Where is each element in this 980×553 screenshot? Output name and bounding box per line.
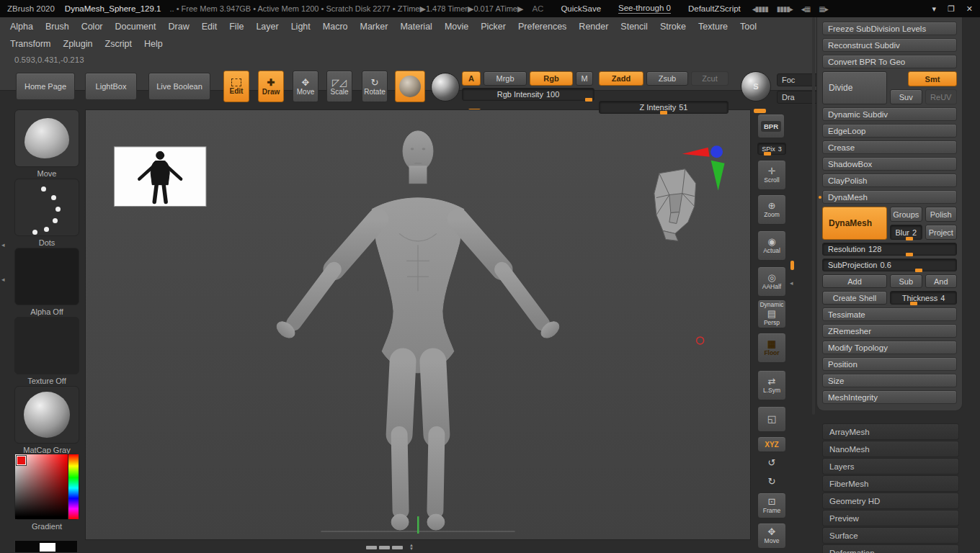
menu-item[interactable]: Light — [291, 22, 311, 32]
minimize-icon[interactable]: ▾ — [932, 4, 936, 14]
menu-item[interactable]: Draw — [169, 22, 190, 32]
menu-item[interactable]: Picker — [481, 22, 506, 32]
menu-item[interactable]: Help — [144, 39, 163, 49]
left-tray-collapse-icon[interactable]: ◂ — [1, 241, 5, 248]
color-picker-area[interactable] — [14, 454, 79, 520]
edgeloop-section[interactable]: EdgeLoop — [822, 124, 957, 138]
tool-subpalette-header[interactable]: Layers — [822, 458, 959, 475]
menu-item[interactable]: Marker — [360, 22, 388, 32]
draw-button[interactable]: ✚ Draw — [258, 71, 284, 102]
tool-subpalette-header[interactable]: Surface — [822, 527, 959, 544]
close-icon[interactable]: ✕ — [966, 4, 973, 14]
bpr-button[interactable]: BPR — [757, 114, 785, 138]
slider-thumb[interactable] — [915, 269, 922, 272]
dock-left-icon[interactable]: ◂▦ — [801, 5, 810, 13]
smt-button[interactable]: Smt — [908, 71, 957, 86]
zadd-button[interactable]: Zadd — [599, 71, 643, 86]
suv-button[interactable]: Suv — [890, 89, 922, 104]
material-picker[interactable]: MatCap Gray — [14, 386, 79, 454]
menu-item[interactable]: Zplugin — [63, 39, 93, 49]
color-a-button[interactable]: A — [462, 71, 481, 86]
texture-picker[interactable]: Texture Off — [14, 317, 79, 385]
groups-button[interactable]: Groups — [890, 207, 922, 222]
slider-thumb[interactable] — [764, 152, 771, 156]
menu-item[interactable]: Document — [115, 22, 156, 32]
menu-item[interactable]: Texture — [698, 22, 728, 32]
z-intensity-slider[interactable]: Z Intensity 51 — [599, 101, 729, 114]
color-picker[interactable]: Gradient — [14, 454, 79, 531]
menu-item[interactable]: Macro — [323, 22, 348, 32]
xyz-button[interactable]: XYZ — [757, 436, 786, 452]
hue-bar[interactable] — [68, 454, 79, 519]
document-canvas[interactable] — [85, 109, 751, 540]
alpha-picker[interactable]: Alpha Off — [14, 248, 79, 316]
rgb-intensity-slider[interactable]: Rgb Intensity 100 — [462, 88, 594, 101]
tessimate-section[interactable]: Tessimate — [822, 307, 957, 321]
frame-button[interactable]: ⊡ Frame — [757, 493, 786, 518]
dynamic-persp-button[interactable]: Dynamic ▤ Persp — [757, 300, 786, 328]
scrollbar-segment[interactable] — [379, 546, 390, 549]
tool-subpalette-header[interactable]: NanoMesh — [822, 441, 959, 457]
canvas-scrollbar[interactable]: ▲ ▼ — [366, 544, 414, 551]
mrgb-button[interactable]: Mrgb — [484, 71, 527, 86]
reconstruct-subdiv-button[interactable]: Reconstruct Subdiv — [822, 38, 957, 52]
freeze-subdivision-button[interactable]: Freeze SubDivision Levels — [822, 22, 957, 35]
scrollbar-segment[interactable] — [366, 546, 377, 549]
right-tray-collapse-icon[interactable]: ◂ — [790, 279, 793, 287]
menu-item[interactable]: Stroke — [660, 22, 686, 32]
menu-item[interactable]: Zscript — [105, 39, 133, 49]
right-divider-handle[interactable] — [790, 261, 794, 270]
rotate-button[interactable]: ↻ Rotate — [362, 71, 388, 102]
pan-move-button[interactable]: ✥ Move — [757, 523, 786, 549]
zcut-button[interactable]: Zcut — [691, 71, 729, 86]
size-section[interactable]: Size — [822, 374, 957, 387]
modify-topology-section[interactable]: Modify Topology — [822, 341, 957, 354]
palette-scroll-left-icon[interactable]: ◂▮▮▮▮ — [752, 5, 768, 13]
local-symmetry-button[interactable]: ⇄ L.Sym — [757, 370, 786, 400]
divide-button[interactable]: Divide — [822, 71, 887, 104]
dynamesh-section-header[interactable]: DynaMesh — [822, 190, 957, 204]
m-button[interactable]: M — [576, 71, 593, 86]
menu-item[interactable]: Render — [579, 22, 608, 32]
resolution-slider[interactable]: Resolution 128 — [822, 243, 957, 256]
and-button[interactable]: And — [925, 274, 958, 288]
blur-slider[interactable]: Blur 2 — [890, 225, 922, 240]
menu-item[interactable]: Movie — [445, 22, 468, 32]
meshintegrity-section[interactable]: MeshIntegrity — [822, 390, 957, 404]
transp-button[interactable]: ◱ — [757, 406, 786, 432]
home-page-button[interactable]: Home Page — [16, 73, 75, 100]
dock-right-icon[interactable]: ▦▸ — [819, 5, 827, 13]
left-tray-collapse-icon[interactable]: ◂ — [1, 276, 5, 283]
orbit-right-button[interactable]: ↻ — [757, 472, 786, 491]
dynamesh-button[interactable]: DynaMesh — [822, 207, 887, 240]
panel-scrollbar[interactable] — [812, 17, 815, 415]
scale-button[interactable]: ◸◿ Scale — [326, 71, 352, 102]
menu-item[interactable]: Layer — [256, 22, 278, 32]
menu-item[interactable]: Brush — [45, 22, 69, 32]
see-through-slider[interactable]: See-through 0 — [618, 4, 671, 14]
convert-bpr-button[interactable]: Convert BPR To Geo — [822, 55, 957, 68]
scroll-down-icon[interactable]: ▼ — [409, 547, 414, 551]
polish-button[interactable]: Polish — [925, 207, 958, 222]
rgb-button[interactable]: Rgb — [530, 71, 573, 86]
tool-subpalette-header[interactable]: Deformation — [822, 544, 959, 553]
floor-button[interactable]: ▦ Floor — [757, 333, 786, 363]
dynamic-subdiv-section[interactable]: Dynamic Subdiv — [822, 107, 957, 121]
menu-item[interactable]: Edit — [202, 22, 218, 32]
tool-subpalette-header[interactable]: Geometry HD — [822, 493, 959, 509]
menu-item[interactable]: Preferences — [518, 22, 566, 32]
brush-picker[interactable]: Move — [14, 109, 79, 178]
slider-thumb[interactable] — [910, 302, 917, 305]
edit-button[interactable]: Edit — [223, 71, 249, 102]
lightbox-button[interactable]: LightBox — [85, 73, 137, 100]
crease-section[interactable]: Crease — [822, 140, 957, 154]
slider-thumb[interactable] — [906, 253, 913, 256]
spix-slider[interactable]: SPix 3 — [757, 143, 786, 155]
restore-icon[interactable]: ❐ — [948, 4, 955, 14]
live-boolean-button[interactable]: Live Boolean — [148, 73, 210, 100]
project-button[interactable]: Project — [925, 225, 958, 240]
claypolish-section[interactable]: ClayPolish — [822, 174, 957, 187]
tool-subpalette-header[interactable]: FiberMesh — [822, 475, 959, 492]
palette-scroll-right-icon[interactable]: ▮▮▮▮▸ — [777, 5, 793, 13]
zoom-button[interactable]: ⊕ Zoom — [757, 194, 786, 225]
